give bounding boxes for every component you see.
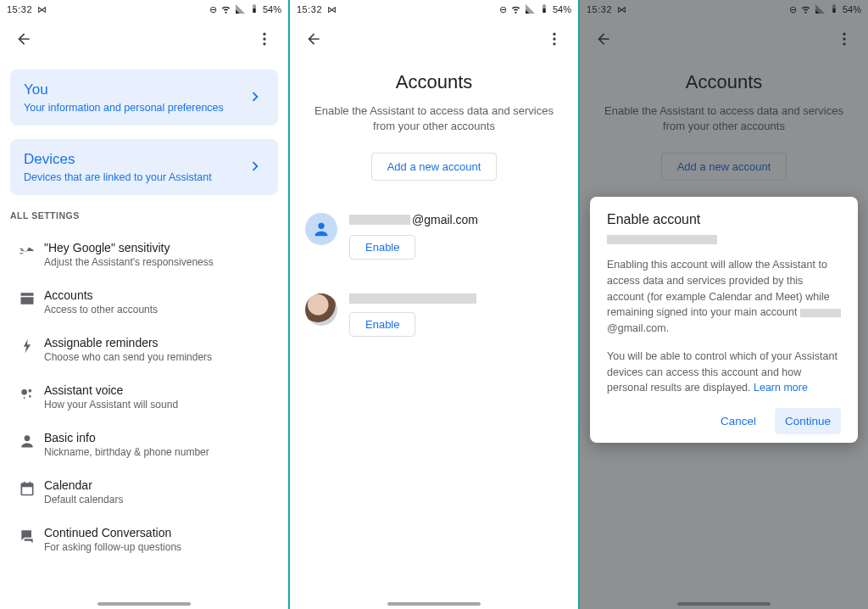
accounts-title: Accounts [310, 71, 558, 93]
person-icon [14, 431, 41, 450]
accounts-subtitle: Enable the Assistant to access data and … [310, 103, 558, 134]
accounts-icon [14, 288, 41, 307]
setting-title: Assistant voice [44, 383, 178, 397]
continue-button[interactable]: Continue [775, 408, 841, 434]
setting-calendar[interactable]: Calendar Default calendars [10, 468, 278, 516]
add-account-button[interactable]: Add a new account [371, 153, 498, 181]
dialog-email [607, 232, 841, 245]
screen-assistant-settings: 15:32 ⋈ ⊖ 54% [0, 0, 288, 609]
enable-button[interactable]: Enable [349, 235, 415, 260]
card-you[interactable]: You Your information and personal prefer… [10, 70, 278, 126]
svg-point-4 [29, 389, 32, 393]
setting-subtitle: Adjust the Assistant's responsiveness [44, 256, 214, 268]
svg-point-11 [318, 223, 324, 229]
nav-pill[interactable] [387, 602, 481, 606]
setting-subtitle: Default calendars [44, 494, 123, 506]
chevron-right-icon [246, 87, 264, 109]
setting-title: Calendar [44, 478, 123, 492]
svg-point-0 [263, 33, 265, 36]
svg-point-8 [553, 33, 555, 36]
enable-button[interactable]: Enable [349, 312, 415, 337]
battery-pct: 54% [553, 5, 571, 14]
status-bar: 15:32 ⋈ ⊖ 54% [0, 0, 288, 19]
svg-point-6 [24, 397, 25, 399]
svg-point-7 [25, 435, 31, 441]
avatar-photo [305, 293, 337, 326]
setting-subtitle: For asking follow-up questions [44, 541, 181, 553]
dnd-icon: ⊖ [499, 5, 507, 14]
setting-title: Accounts [44, 288, 158, 302]
bluetooth-icon: ⋈ [37, 4, 47, 15]
redacted-text [349, 215, 410, 225]
setting-subtitle: How your Assistant will sound [44, 399, 178, 411]
account-row: @gmail.com Enable [290, 213, 578, 260]
clock: 15:32 [7, 4, 32, 14]
card-you-subtitle: Your information and personal preference… [24, 102, 246, 114]
svg-point-3 [21, 389, 27, 395]
dialog-body-2: You will be able to control which of you… [607, 349, 841, 396]
nav-pill[interactable] [677, 602, 771, 606]
setting-subtitle: Nickname, birthday & phone number [44, 446, 209, 458]
calendar-icon [14, 478, 41, 497]
battery-icon [249, 3, 259, 15]
dialog-title: Enable account [607, 212, 841, 227]
avatar-placeholder-icon [305, 213, 337, 245]
setting-title: Assignable reminders [44, 336, 212, 349]
assistant-voice-icon [14, 383, 41, 402]
reminder-icon [14, 336, 41, 355]
setting-title: Continued Conversation [44, 526, 181, 539]
card-you-title: You [24, 81, 246, 98]
svg-point-5 [29, 395, 31, 398]
svg-point-9 [553, 37, 555, 40]
status-bar: 15:32 ⋈ ⊖ 54% [290, 0, 578, 19]
setting-assignable-reminders[interactable]: Assignable reminders Choose who can send… [10, 326, 278, 373]
signal-icon [525, 3, 536, 16]
wifi-icon [510, 3, 521, 16]
clock: 15:32 [297, 4, 322, 14]
app-bar [0, 19, 288, 59]
setting-title: Basic info [44, 431, 209, 444]
chat-icon [14, 526, 41, 545]
screen-accounts-list: 15:32 ⋈ ⊖ 54% Accounts Enable the Assist… [290, 0, 578, 609]
account-row: Enable [290, 293, 578, 337]
card-devices-subtitle: Devices that are linked to your Assistan… [24, 171, 246, 183]
setting-title: "Hey Google" sensitivity [44, 241, 214, 254]
learn-more-link[interactable]: Learn more [754, 382, 808, 394]
svg-point-10 [553, 42, 555, 45]
card-devices-title: Devices [24, 151, 246, 168]
account-email [349, 293, 563, 304]
battery-icon [539, 3, 549, 15]
svg-point-1 [263, 37, 265, 40]
chevron-right-icon [246, 157, 264, 178]
svg-point-2 [263, 42, 265, 45]
setting-subtitle: Choose who can send you reminders [44, 351, 212, 363]
enable-account-dialog: Enable account Enabling this account wil… [590, 197, 858, 443]
setting-accounts[interactable]: Accounts Access to other accounts [10, 278, 278, 326]
overflow-menu[interactable] [541, 25, 568, 53]
setting-basic-info[interactable]: Basic info Nickname, birthday & phone nu… [10, 421, 278, 468]
redacted-text [349, 293, 476, 304]
section-header: All Settings [10, 210, 278, 221]
cancel-button[interactable]: Cancel [710, 408, 766, 434]
setting-subtitle: Access to other accounts [44, 304, 158, 316]
card-devices[interactable]: Devices Devices that are linked to your … [10, 139, 278, 195]
overflow-menu[interactable] [251, 25, 278, 53]
nav-pill[interactable] [97, 602, 191, 606]
redacted-text [607, 235, 717, 244]
dialog-body-1: Enabling this account will allow the Ass… [607, 257, 841, 337]
setting-continued-conversation[interactable]: Continued Conversation For asking follow… [10, 516, 278, 563]
setting-hey-google[interactable]: "Hey Google" sensitivity Adjust the Assi… [10, 231, 278, 278]
app-bar [290, 19, 578, 59]
screen-enable-account-dialog: 15:32 ⋈ ⊖ 54% Accounts Enable the Assist… [580, 0, 868, 609]
setting-assistant-voice[interactable]: Assistant voice How your Assistant will … [10, 373, 278, 421]
sensitivity-icon [14, 241, 41, 260]
wifi-icon [220, 3, 231, 16]
dnd-icon: ⊖ [209, 5, 217, 14]
bluetooth-icon: ⋈ [327, 4, 337, 15]
account-email: @gmail.com [349, 213, 563, 226]
signal-icon [235, 3, 246, 16]
battery-pct: 54% [263, 5, 281, 14]
back-button[interactable] [300, 25, 327, 53]
redacted-text [800, 309, 841, 317]
back-button[interactable] [10, 25, 37, 53]
